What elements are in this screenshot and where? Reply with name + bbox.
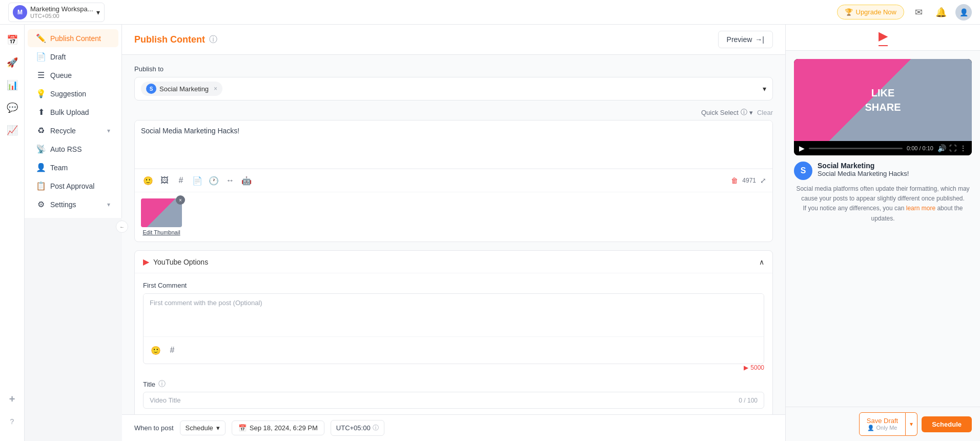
sidebar-icon-publish[interactable]: 🚀 bbox=[2, 52, 23, 73]
sidebar-item-auto-rss[interactable]: 📡 Auto RSS bbox=[28, 140, 118, 158]
preview-tabs: ▶ bbox=[786, 25, 980, 51]
video-controls: ▶ 0:00 / 0:10 🔊 ⛶ ⋮ bbox=[794, 141, 972, 155]
upload-icon: ⬆ bbox=[36, 107, 46, 117]
channel-remove-button[interactable]: × bbox=[214, 85, 217, 92]
expand-icon[interactable]: ⤢ bbox=[760, 176, 766, 185]
sidebar-icon-add[interactable]: + bbox=[2, 389, 23, 409]
when-to-post-label: When to post bbox=[134, 424, 174, 432]
play-icon[interactable]: ▶ bbox=[799, 144, 805, 152]
document-icon[interactable]: 📄 bbox=[190, 173, 205, 188]
rss-icon: 📡 bbox=[36, 144, 46, 154]
sidebar-item-suggestion[interactable]: 💡 Suggestion bbox=[28, 85, 118, 103]
notifications-button[interactable]: 🔔 bbox=[933, 4, 949, 21]
title-input[interactable] bbox=[150, 396, 734, 404]
clear-button[interactable]: Clear bbox=[757, 109, 773, 116]
overlay-line1: LIKE bbox=[865, 86, 901, 100]
sidebar-label-team: Team bbox=[50, 164, 68, 172]
preview-button[interactable]: Preview →| bbox=[718, 31, 773, 48]
publish-to-label: Publish to bbox=[134, 65, 773, 73]
preview-label: Preview bbox=[727, 35, 752, 44]
channel-select[interactable]: S Social Marketing × ▾ bbox=[134, 77, 773, 101]
title-label-row: Title ⓘ bbox=[143, 379, 764, 389]
sidebar-label-settings: Settings bbox=[50, 201, 76, 209]
upgrade-button[interactable]: 🏆 Upgrade Now bbox=[837, 5, 905, 19]
robot-icon[interactable]: 🤖 bbox=[239, 173, 254, 188]
learn-more-link[interactable]: learn more bbox=[906, 205, 935, 212]
quick-select-button[interactable]: Quick Select ⓘ ▾ bbox=[701, 108, 753, 117]
timezone-badge: UTC+05:00 ⓘ bbox=[331, 420, 384, 436]
sidebar-label-bulk-upload: Bulk Upload bbox=[50, 108, 89, 116]
only-me-text: Only Me bbox=[876, 425, 897, 431]
post-textarea[interactable]: Social Media Marketing Hacks! bbox=[135, 121, 772, 167]
comment-hashtag-icon[interactable]: # bbox=[165, 343, 179, 357]
sidebar-item-team[interactable]: 👤 Team bbox=[28, 158, 118, 176]
sidebar-item-bulk-upload[interactable]: ⬆ Bulk Upload bbox=[28, 103, 118, 121]
video-overlay: LIKE SHARE bbox=[865, 86, 901, 114]
fullscreen-icon[interactable]: ⛶ bbox=[949, 144, 956, 152]
sidebar-item-recycle[interactable]: ♻ Recycle ▾ bbox=[28, 122, 118, 139]
yt-options-header[interactable]: ▶ YouTube Options ∧ bbox=[135, 251, 772, 273]
bottom-bar: When to post Schedule ▾ 📅 Sep 18, 2024, … bbox=[122, 414, 785, 441]
volume-icon[interactable]: 🔊 bbox=[937, 144, 946, 152]
calendar-icon: 📅 bbox=[238, 424, 247, 432]
youtube-icon: ▶ bbox=[143, 257, 149, 267]
sidebar-item-publish-content[interactable]: ✏️ Publish Content bbox=[28, 29, 118, 47]
date-value: Sep 18, 2024, 6:29 PM bbox=[250, 424, 318, 432]
channel-tags: S Social Marketing × bbox=[141, 82, 222, 96]
recycle-icon: ♻ bbox=[36, 126, 46, 135]
toolbar-row: 🙂 🖼 # 📄 🕐 ↔ 🤖 🗑 4971 ⤢ bbox=[135, 169, 772, 192]
first-comment-field: First Comment 🙂 # ▶ bbox=[143, 282, 764, 371]
preview-content: LIKE SHARE ▶ 0:00 / 0:10 🔊 ⛶ ⋮ bbox=[786, 51, 980, 407]
sidebar-icon-help[interactable]: ? bbox=[2, 411, 23, 432]
comment-char-limit: 5000 bbox=[750, 364, 764, 371]
date-picker[interactable]: 📅 Sep 18, 2024, 6:29 PM bbox=[232, 420, 324, 435]
sidebar-item-settings[interactable]: ⚙ Settings ▾ bbox=[28, 195, 118, 213]
sidebar-icon-social[interactable]: 💬 bbox=[2, 97, 23, 118]
sidebar-icon-analytics[interactable]: 📊 bbox=[2, 75, 23, 95]
avatar-placeholder: 👤 bbox=[959, 8, 968, 16]
preview-channel-name: Social Marketing bbox=[818, 162, 909, 170]
title-field-section: Title ⓘ 0 / 100 bbox=[143, 379, 764, 409]
save-draft-button[interactable]: Save Draft 👤 Only Me bbox=[859, 412, 906, 436]
title-char-count: 0 / 100 bbox=[739, 397, 758, 404]
arrows-icon[interactable]: ↔ bbox=[223, 173, 237, 188]
sidebar-icon-calendar[interactable]: 📅 bbox=[2, 30, 23, 50]
schedule-chevron-icon: ▾ bbox=[216, 424, 220, 432]
save-draft-dropdown-button[interactable]: ▾ bbox=[906, 412, 917, 436]
save-draft-label: Save Draft bbox=[867, 417, 898, 425]
sidebar-item-queue[interactable]: ☰ Queue bbox=[28, 66, 118, 84]
schedule-select[interactable]: Schedule ▾ bbox=[180, 420, 226, 435]
workspace-avatar: M bbox=[13, 5, 27, 19]
quick-select-help-icon: ⓘ bbox=[741, 108, 747, 117]
schedule-button[interactable]: Schedule bbox=[922, 416, 972, 432]
char-count: 4971 bbox=[742, 177, 756, 184]
overlay-line2: SHARE bbox=[865, 100, 901, 114]
main-layout: 📅 🚀 📊 💬 📈 + ? ✏️ Publish Content 📄 Draft… bbox=[0, 25, 980, 441]
sidebar-icon-chart[interactable]: 📈 bbox=[2, 120, 23, 141]
hashtag-icon[interactable]: # bbox=[174, 173, 188, 188]
user-avatar[interactable]: 👤 bbox=[955, 4, 972, 21]
more-icon[interactable]: ⋮ bbox=[959, 144, 967, 152]
thumbnail-image bbox=[141, 198, 182, 227]
youtube-tab-icon[interactable]: ▶ bbox=[879, 29, 888, 46]
sidebar-item-post-approval[interactable]: 📋 Post Approval bbox=[28, 177, 118, 195]
channel-tag-label: Social Marketing bbox=[159, 85, 209, 93]
delete-icon[interactable]: 🗑 bbox=[731, 176, 738, 185]
sidebar-item-draft[interactable]: 📄 Draft bbox=[28, 48, 118, 66]
action-bar: Save Draft 👤 Only Me ▾ Schedule bbox=[786, 407, 980, 441]
thumbnail-remove-button[interactable]: × bbox=[176, 195, 185, 205]
sidebar-label-post-approval: Post Approval bbox=[50, 182, 94, 190]
channel-text: Social Marketing Social Media Marketing … bbox=[818, 162, 909, 177]
image-icon[interactable]: 🖼 bbox=[157, 173, 172, 188]
comment-emoji-icon[interactable]: 🙂 bbox=[149, 343, 163, 357]
title-help-icon: ⓘ bbox=[158, 379, 166, 389]
emoji-icon[interactable]: 🙂 bbox=[141, 173, 155, 188]
content-area: Publish Content ⓘ Preview →| Publish to … bbox=[122, 25, 785, 441]
clock-icon[interactable]: 🕐 bbox=[207, 173, 221, 188]
workspace-selector[interactable]: M Marketing Workspa... UTC+05:00 ▾ bbox=[8, 3, 105, 22]
thumbnail-edit-label[interactable]: Edit Thumbnail bbox=[141, 229, 182, 235]
page-help-icon[interactable]: ⓘ bbox=[209, 34, 217, 45]
messages-button[interactable]: ✉ bbox=[910, 4, 927, 21]
first-comment-textarea[interactable] bbox=[144, 294, 764, 335]
sidebar-collapse-button[interactable]: ← bbox=[116, 221, 128, 233]
